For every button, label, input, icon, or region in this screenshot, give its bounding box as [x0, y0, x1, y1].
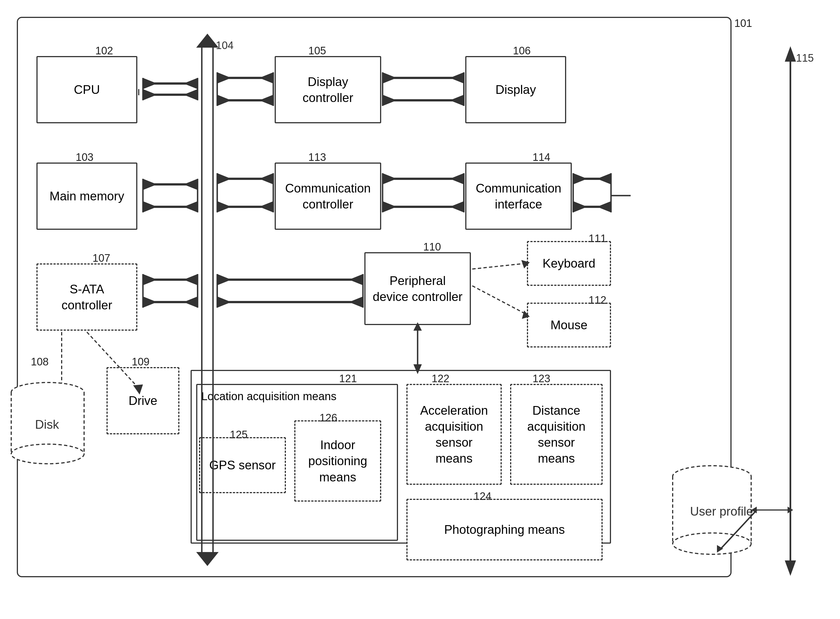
peripheral-controller-label: Peripheral device controller	[373, 273, 463, 305]
mouse-box: Mouse	[527, 303, 611, 347]
keyboard-box: Keyboard	[527, 241, 611, 286]
drive-label: Drive	[129, 393, 157, 408]
sata-controller-box: S-ATA controller	[36, 263, 137, 330]
svg-marker-116	[788, 507, 793, 513]
sata-controller-label: S-ATA controller	[62, 281, 112, 313]
svg-marker-111	[785, 46, 796, 62]
accel-sensor-label: Acceleration acquisition sensor means	[420, 402, 488, 466]
ref-123: 123	[533, 373, 550, 385]
ref-106: 106	[513, 45, 530, 57]
indoor-pos-label: Indoor positioning means	[308, 437, 367, 485]
ref-125: 125	[230, 429, 247, 441]
svg-marker-112	[785, 561, 796, 576]
accel-sensor-box: Acceleration acquisition sensor means	[406, 384, 502, 485]
comm-interface-box: Communication interface	[465, 163, 572, 230]
ref-110: 110	[423, 241, 441, 253]
ref-122: 122	[432, 373, 449, 385]
display-label: Display	[496, 82, 536, 97]
comm-interface-label: Communication interface	[476, 180, 561, 212]
main-memory-box: Main memory	[36, 163, 137, 230]
svg-text:115: 115	[796, 52, 814, 64]
location-acq-label: Location acquisition means	[201, 389, 337, 404]
ref-103: 103	[76, 151, 93, 163]
photo-means-label: Photographing means	[444, 522, 565, 537]
ref-127: 127	[698, 476, 716, 489]
distance-sensor-label: Distance acquisition sensor means	[527, 402, 585, 466]
mouse-label: Mouse	[551, 317, 587, 333]
peripheral-controller-box: Peripheral device controller	[364, 252, 471, 325]
ref-124: 124	[474, 490, 491, 502]
keyboard-label: Keyboard	[543, 255, 595, 271]
cpu-box: CPU	[36, 56, 137, 123]
ref-108: 108	[31, 356, 48, 368]
photo-means-box: Photographing means	[406, 499, 603, 561]
distance-sensor-box: Distance acquisition sensor means	[510, 384, 603, 485]
ref-101: 101	[734, 17, 752, 30]
gps-sensor-label: GPS sensor	[209, 457, 276, 473]
comm-controller-box: Communication controller	[275, 163, 381, 230]
ref-102: 102	[95, 45, 113, 57]
ref-109: 109	[132, 356, 150, 368]
ref-126: 126	[319, 412, 337, 424]
indoor-pos-box: Indoor positioning means	[294, 420, 381, 502]
gps-sensor-box: GPS sensor	[199, 437, 286, 493]
display-box: Display	[465, 56, 566, 123]
ref-105: 105	[308, 45, 326, 57]
ref-107: 107	[93, 252, 110, 264]
ref-112: 112	[588, 294, 606, 306]
ref-114: 114	[533, 151, 550, 163]
ref-121: 121	[339, 373, 357, 385]
cpu-label: CPU	[74, 82, 100, 97]
ref-113: 113	[308, 151, 326, 163]
display-controller-label: Display controller	[303, 74, 353, 106]
main-memory-label: Main memory	[49, 188, 124, 204]
display-controller-box: Display controller	[275, 56, 381, 123]
drive-box: Drive	[106, 367, 180, 434]
svg-marker-115	[751, 507, 757, 513]
comm-controller-label: Communication controller	[285, 180, 371, 212]
ref-111: 111	[588, 233, 606, 245]
